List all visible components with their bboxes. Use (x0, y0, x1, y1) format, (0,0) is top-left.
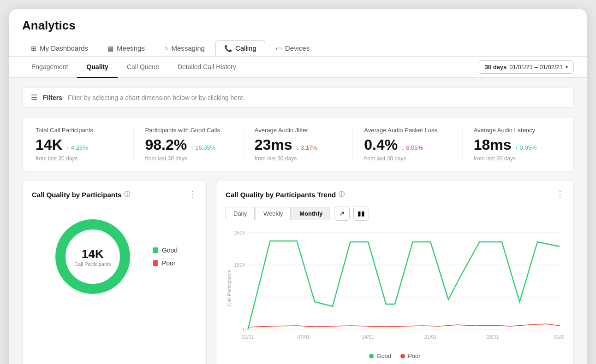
donut-center: 14K Call Participants (74, 247, 111, 267)
sub-tab-call-queue[interactable]: Call Queue (118, 57, 168, 78)
metric-latency-footer: from last 30 days (474, 155, 560, 162)
svg-text:250K: 250K (234, 230, 246, 235)
svg-text:07/01: 07/01 (298, 334, 310, 340)
svg-text:01/02: 01/02 (554, 334, 564, 340)
header: Analytics ⊞ My Dashboards ▦ Meetings ○ M… (9, 9, 587, 57)
sub-tabs: Engagement Quality Call Queue Detailed C… (22, 57, 479, 77)
trend-bar-chart-button[interactable]: ▮▮ (353, 206, 369, 221)
metric-total-participants: Total Call Participants 14K ↑ 4.26% from… (36, 127, 134, 162)
tab-meetings-label: Meetings (117, 44, 145, 52)
trend-chart-card: Call Quality by Participants Trend ⓘ ⋮ D… (216, 181, 574, 364)
metric-good-calls-change: ↑ 16.05% (191, 144, 215, 151)
page-title: Analytics (22, 18, 574, 33)
metric-latency: Average Audio Latency 18ms ↑ 0.05% from … (474, 127, 560, 162)
tab-messaging-label: Messaging (171, 44, 205, 52)
trend-chart-more-button[interactable]: ⋮ (556, 190, 564, 199)
donut-chart-header: Call Quality by Participants ⓘ ⋮ (32, 190, 197, 199)
sub-tab-detailed-call-history[interactable]: Detailed Call History (168, 57, 245, 78)
tab-calling-label: Calling (235, 44, 256, 52)
filter-label: Filters (43, 94, 62, 101)
bar-chart-icon: ▮▮ (358, 210, 365, 217)
trend-weekly-button[interactable]: Weekly (256, 207, 291, 220)
messaging-icon: ○ (164, 45, 168, 52)
metric-latency-label: Average Audio Latency (474, 127, 560, 134)
trend-monthly-button[interactable]: Monthly (292, 207, 330, 220)
metric-jitter-footer: from last 30 days (255, 155, 341, 162)
trend-chart-area: 250K 150K 0 Call Participants 01/01 07/0… (226, 228, 564, 348)
svg-text:01/01: 01/01 (242, 334, 254, 340)
tab-messaging[interactable]: ○ Messaging (155, 40, 214, 56)
trend-line-chart-button[interactable]: ↗ (334, 206, 350, 221)
trend-info-icon[interactable]: ⓘ (339, 190, 345, 199)
devices-icon: ▭ (276, 45, 282, 52)
trend-chart-svg: 250K 150K 0 Call Participants 01/01 07/0… (226, 228, 564, 348)
filter-icon: ☰ (31, 93, 37, 102)
tab-my-dashboards-label: My Dashboards (40, 44, 88, 52)
date-range-value: 01/01/21 – 01/02/21 (509, 64, 563, 70)
svg-text:28/01: 28/01 (487, 334, 499, 340)
legend-poor: Poor (153, 259, 178, 267)
tab-calling[interactable]: 📞 Calling (215, 40, 265, 56)
tab-devices[interactable]: ▭ Devices (267, 40, 318, 56)
donut-wrapper: 14K Call Participants (51, 215, 134, 298)
trend-legend-poor: Poor (400, 352, 420, 359)
metric-total-participants-label: Total Call Participants (36, 127, 122, 134)
metric-total-participants-change: ↑ 4.26% (66, 144, 88, 151)
date-range-label: 30 days (485, 64, 507, 70)
legend-good: Good (153, 247, 178, 254)
app-container: Analytics ⊞ My Dashboards ▦ Meetings ○ M… (9, 9, 587, 364)
donut-area: 14K Call Participants Good Poor (32, 206, 197, 307)
metric-good-calls-footer: from last 30 days (145, 155, 232, 162)
metric-latency-value: 18ms ↑ 0.05% (474, 136, 560, 153)
trend-chart-title: Call Quality by Participants Trend ⓘ (226, 190, 345, 199)
svg-text:0: 0 (243, 327, 246, 332)
meetings-icon: ▦ (107, 45, 113, 52)
metric-jitter-value: 23ms ↓ 3.17% (255, 136, 341, 153)
donut-info-icon[interactable]: ⓘ (124, 190, 130, 199)
svg-text:14/01: 14/01 (362, 334, 375, 340)
metric-good-calls: Participants with Good Calls 98.2% ↑ 16.… (145, 127, 243, 162)
svg-text:150K: 150K (234, 262, 246, 268)
metric-total-participants-value: 14K ↑ 4.26% (36, 136, 122, 153)
metric-jitter-label: Average Audio Jitter (255, 127, 341, 134)
charts-row: Call Quality by Participants ⓘ ⋮ (22, 181, 574, 364)
main-content: ☰ Filters Filter by selecting a chart di… (9, 78, 587, 364)
sub-tab-quality[interactable]: Quality (77, 57, 117, 78)
filter-hint: Filter by selecting a chart dimension be… (68, 94, 245, 101)
metric-latency-change: ↑ 0.05% (515, 144, 536, 151)
dashboards-icon: ⊞ (31, 45, 36, 52)
metrics-row: Total Call Participants 14K ↑ 4.26% from… (22, 117, 574, 171)
tab-devices-label: Devices (285, 44, 310, 52)
svg-text:21/01: 21/01 (424, 334, 437, 340)
donut-center-value: 14K (74, 247, 111, 261)
sub-header: Engagement Quality Call Queue Detailed C… (9, 57, 587, 78)
date-range-picker[interactable]: 30 days 01/01/21 – 01/02/21 ▾ (479, 60, 574, 74)
calling-icon: 📞 (224, 45, 232, 52)
donut-chart-title: Call Quality by Participants ⓘ (32, 190, 130, 199)
metric-packet-loss-change: ↓ 6.05% (401, 144, 423, 151)
trend-daily-button[interactable]: Daily (226, 207, 255, 220)
donut-chart-card: Call Quality by Participants ⓘ ⋮ (22, 181, 207, 364)
sub-tab-engagement[interactable]: Engagement (22, 57, 77, 78)
donut-center-label: Call Participants (74, 261, 111, 267)
donut-legend: Good Poor (153, 247, 178, 267)
chevron-down-icon: ▾ (566, 65, 568, 70)
tab-meetings[interactable]: ▦ Meetings (99, 40, 154, 56)
trend-legend-poor-dot (400, 354, 405, 358)
metric-good-calls-label: Participants with Good Calls (145, 127, 232, 134)
metric-total-participants-footer: from last 30 days (36, 155, 122, 162)
trend-chart-header: Call Quality by Participants Trend ⓘ ⋮ (226, 190, 564, 199)
metric-packet-loss: Average Audio Packet Loss 0.4% ↓ 6.05% f… (364, 127, 462, 162)
line-chart-icon: ↗ (339, 210, 345, 217)
top-tabs: ⊞ My Dashboards ▦ Meetings ○ Messaging 📞… (22, 40, 574, 56)
metric-packet-loss-footer: from last 30 days (364, 155, 451, 162)
trend-legend-good-dot (369, 354, 374, 358)
filter-bar[interactable]: ☰ Filters Filter by selecting a chart di… (22, 87, 574, 108)
metric-good-calls-value: 98.2% ↑ 16.05% (145, 136, 232, 153)
metric-jitter: Average Audio Jitter 23ms ↓ 3.17% from l… (255, 127, 353, 162)
metric-packet-loss-label: Average Audio Packet Loss (364, 127, 451, 134)
donut-chart-more-button[interactable]: ⋮ (189, 190, 197, 199)
trend-controls: Daily Weekly Monthly ↗ ▮▮ (226, 206, 564, 221)
trend-chart-legend: Good Poor (226, 352, 564, 359)
tab-my-dashboards[interactable]: ⊞ My Dashboards (22, 40, 97, 56)
